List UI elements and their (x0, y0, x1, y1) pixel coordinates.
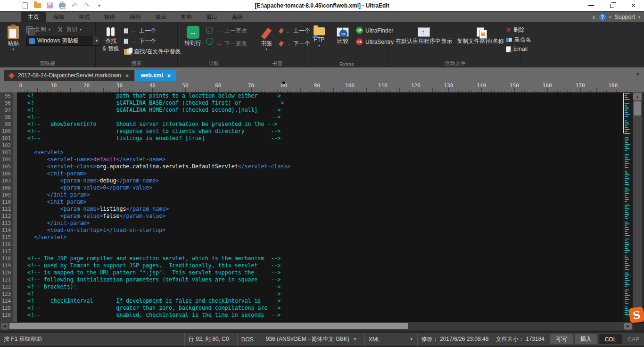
status-syntax-mode[interactable]: XML ▼ (364, 333, 417, 346)
help-dropdown-icon[interactable]: ▾ (609, 15, 611, 19)
paste-button[interactable]: 粘贴 ▾ (3, 25, 24, 59)
vertical-scrollbar[interactable]: ▲ ▼ (633, 92, 642, 322)
bookmark-button[interactable]: 书签 ▾ (256, 25, 277, 59)
code-line[interactable]: <!-- The JSP page compiler and execution… (21, 255, 623, 262)
code-line[interactable]: </servlet> (21, 234, 623, 241)
code-line[interactable]: <!-- showServerInfo Should server inform… (21, 121, 623, 128)
scroll-right-button[interactable]: ▶ (624, 323, 632, 330)
code-line[interactable]: <!-- following initialization parameters… (21, 276, 623, 283)
code-line[interactable]: <!-- brackets): --> (21, 283, 623, 290)
code-line[interactable] (21, 142, 623, 149)
close-tab-icon[interactable]: × (125, 73, 129, 79)
code-line[interactable]: <!-- --> (21, 290, 623, 297)
ribbon-tab-3[interactable]: 格式 (72, 12, 97, 22)
collapse-ribbon-icon[interactable]: ∧ (592, 15, 595, 20)
document-map[interactable] (623, 92, 633, 322)
rename-file-button[interactable]: 重命名 (506, 36, 531, 44)
vertical-scroll-thumb[interactable] (634, 101, 641, 116)
scroll-left-button[interactable]: ◀ (1, 323, 8, 330)
status-insert-mode-toggle[interactable]: 插入 (575, 334, 597, 344)
code-line[interactable]: <!-- $CATALINA_HOME/conf (checked second… (21, 107, 623, 114)
scroll-up-button[interactable]: ▲ (633, 93, 642, 100)
code-line[interactable]: <init-param> (21, 170, 623, 177)
code-line[interactable]: <param-name>debug</param-name> (21, 177, 623, 184)
email-file-button[interactable]: Email (506, 46, 531, 52)
code-line[interactable]: <!-- checkInterval If development is fal… (21, 297, 623, 305)
bookmark-fold-strip[interactable] (13, 92, 17, 322)
ribbon-tab-5[interactable]: 编码 (123, 12, 148, 22)
code-line[interactable]: <param-name>listings</param-name> (21, 206, 623, 213)
code-line[interactable]: <param-value>false</param-value> (21, 213, 623, 220)
code-line[interactable]: <!-- --> (21, 114, 623, 121)
code-line[interactable]: <load-on-startup>1</load-on-startup> (21, 227, 623, 234)
status-line-ending[interactable]: DOS (237, 333, 262, 346)
code-line[interactable]: <init-param> (21, 198, 623, 206)
ribbon-group-active-file: 在默认应用程序中显示 复制文件路径/名称 ✕ 删除 重命名 (389, 22, 522, 67)
code-line[interactable]: <servlet> (21, 149, 623, 156)
cut-button[interactable]: 剪切 ▾ (57, 25, 82, 33)
delete-file-button[interactable]: ✕ 删除 (506, 26, 531, 34)
help-icon[interactable]: ? (599, 14, 606, 21)
ribbon-tab-4[interactable]: 视图 (97, 12, 123, 22)
support-menu[interactable]: Support (614, 14, 635, 20)
file-tab[interactable]: 2017-08-24-DispatcherServlet.markdown× (4, 70, 134, 81)
code-line[interactable]: <servlet-class>org.apache.catalina.servl… (21, 163, 623, 170)
code-line[interactable]: <!-- listings is enabled? [true] --> (21, 135, 623, 142)
chevron-down-icon[interactable]: ▼ (410, 337, 413, 341)
ribbon-tab-7[interactable]: 布局 (173, 12, 199, 22)
code-line[interactable]: <!-- enabled. checkInterval is the time … (21, 312, 623, 319)
ribbon-tab-9[interactable]: 高级 (224, 12, 250, 22)
show-in-default-app-button[interactable]: 在默认应用程序中显示 (393, 25, 455, 59)
nav-back-button[interactable]: ← (206, 27, 213, 34)
code-line[interactable]: </init-param> (21, 191, 623, 198)
status-writable-toggle[interactable]: 可写 (550, 334, 573, 344)
horizontal-scrollbar[interactable]: ◀ ▶ (0, 322, 633, 330)
clipboard-selector[interactable]: Windows 剪贴板 ▼ (26, 36, 101, 46)
copy-button[interactable]: 复制 ▾ (26, 25, 50, 33)
ftp-button[interactable]: FTP ▾ (309, 25, 330, 59)
code-line[interactable] (21, 241, 623, 248)
copy-file-path-button[interactable]: 复制文件路径/名称 (457, 25, 504, 59)
ribbon-tab-2[interactable]: 编辑 (46, 12, 72, 22)
ribbon-tab-6[interactable]: 项目 (148, 12, 173, 22)
code-line[interactable]: <!-- $CATALINA_BASE/conf (checked first)… (21, 99, 623, 107)
code-line[interactable]: <!-- used by Tomcat to support JSP pages… (21, 262, 623, 269)
code-line[interactable]: <!-- is mapped to the URL pattern "*.jsp… (21, 269, 623, 276)
close-tab-icon[interactable]: × (167, 73, 171, 79)
ribbon-tab-8[interactable]: 窗口 (199, 12, 224, 22)
document-map-viewport[interactable] (623, 93, 631, 133)
code-line[interactable]: </init-param> (21, 220, 623, 227)
find-next-button[interactable]: → 下一个 (124, 37, 181, 45)
close-button[interactable]: × (623, 0, 644, 11)
chevron-down-icon[interactable]: ▼ (353, 337, 357, 341)
code-line[interactable] (21, 248, 623, 255)
file-tab[interactable]: web.xml× (135, 70, 176, 81)
ultrasentry-button[interactable]: US UltraSentry (356, 38, 394, 45)
status-encoding[interactable]: 936 (ANSI/OEM - 简体中文 GBK) ▼ (262, 333, 364, 346)
compare-button[interactable]: 比较 (332, 25, 353, 59)
ribbon-tab-1[interactable]: 主页 (21, 12, 46, 22)
code-line[interactable]: <!-- path that points to a location belo… (21, 92, 623, 99)
ultrafinder-button[interactable]: UF UltraFinder (356, 27, 394, 34)
code-line[interactable]: <param-value>0</param-value> (21, 184, 623, 191)
code-line[interactable]: <!-- greater than zero, background compi… (21, 305, 623, 312)
find-prev-button[interactable]: ← 上一个 (124, 27, 181, 35)
horizontal-scroll-thumb[interactable] (9, 323, 408, 329)
code-line[interactable]: <servlet-name>default</servlet-name> (21, 156, 623, 163)
restore-button[interactable] (602, 0, 623, 11)
minimize-button[interactable] (580, 0, 602, 11)
nav-forward-button[interactable]: → (206, 38, 213, 45)
prev-change-button[interactable]: ← 上一更改 (216, 27, 247, 35)
code-text[interactable]: <!-- path that points to a location belo… (17, 92, 623, 322)
sogou-input-badge[interactable]: S (628, 306, 644, 323)
support-dropdown-icon[interactable]: ▾ (638, 15, 640, 19)
next-change-button[interactable]: → 下一更改 (216, 40, 247, 48)
find-replace-button[interactable]: 查找 & 替换 (100, 25, 121, 59)
status-column-mode-toggle[interactable]: COL (599, 334, 622, 344)
find-in-files-button[interactable]: 查找/在文件中替换 (124, 48, 181, 56)
tab-list-dropdown-icon[interactable]: ▼ (636, 72, 640, 77)
goto-line-button[interactable]: → 转到行 (182, 25, 203, 59)
status-caret-position[interactable]: 行 92, 列 80, C0 (184, 333, 237, 346)
edit-area[interactable]: 9596979899100101102103104105106107108109… (0, 92, 644, 322)
code-line[interactable]: <!-- response sent to clients when direc… (21, 128, 623, 135)
